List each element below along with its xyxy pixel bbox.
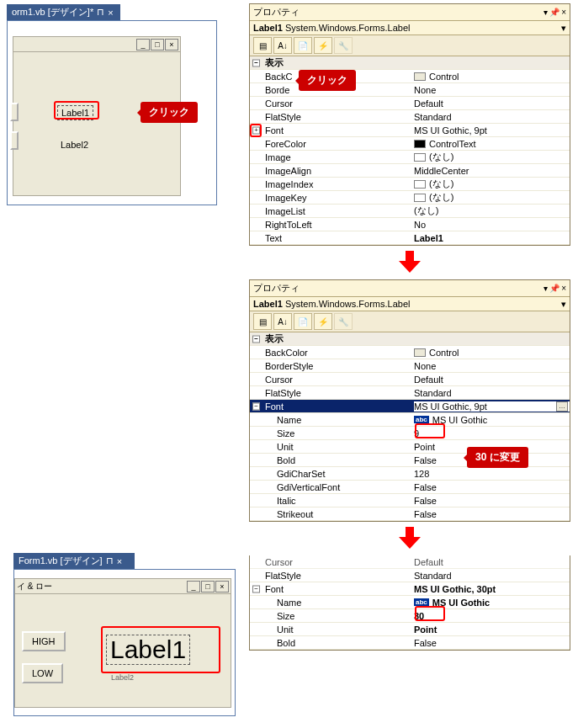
prop-font-italic[interactable]: ItalicFalse [250,494,570,507]
form-title-text: イ & ロー [17,581,52,592]
prop-font[interactable]: +FontMS UI Gothic, 9pt [250,124,570,137]
prop-borderstyle[interactable]: BorderStyleNone [250,359,570,373]
events-button[interactable]: ⚡ [314,37,332,54]
ellipsis-button[interactable]: … [556,401,568,412]
pin-icon[interactable]: ⊓ [97,7,104,18]
color-swatch [414,72,426,81]
button-edge[interactable] [10,103,19,121]
prop-font-size[interactable]: Size9 [250,427,570,440]
dropdown-icon[interactable]: ▾ [561,299,566,310]
callout-change30: 30 に変更 [467,447,528,468]
pin-icon[interactable]: ⊓ [106,555,114,566]
object-selector[interactable]: Label1 System.Windows.Forms.Label ▾ [250,21,570,35]
collapse-icon[interactable]: − [252,335,260,343]
prop-font-gdivertical[interactable]: GdiVerticalFontFalse [250,481,570,494]
dropdown-icon[interactable]: ▾ [561,23,566,34]
abc-tag-icon: abc [414,416,429,423]
tab-title: Form1.vb [デザイン] [19,555,103,567]
properties-button[interactable]: 📄 [294,313,312,330]
events-button[interactable]: ⚡ [314,313,332,330]
alphabetical-button[interactable]: A↓ [273,37,292,54]
properties-button[interactable]: 📄 [294,37,312,54]
property-grid[interactable]: CursorDefault FlatStyleStandard −FontMS … [250,555,570,650]
prop-font-bold[interactable]: BoldFalse [250,636,570,650]
category-row[interactable]: −表示 [250,332,570,346]
form-window[interactable]: イ & ロー _ □ × HIGH LOW Label1 Label2 [14,578,231,708]
property-pages-button[interactable]: 🔧 [334,313,353,330]
highlight-box [54,101,99,120]
color-swatch [414,348,426,357]
prop-flatstyle[interactable]: FlatStyleStandard [250,569,570,582]
document-tab[interactable]: orm1.vb [デザイン]* ⊓ × [7,4,120,20]
designer-surface[interactable]: イ & ロー _ □ × HIGH LOW Label1 Label2 [13,569,236,716]
prop-flatstyle[interactable]: FlatStyleStandard [250,386,570,400]
property-grid[interactable]: −表示 BackColorControl BorderStyleNone Cur… [250,332,570,521]
label2: Label2 [111,673,134,682]
highlight-box [250,124,262,137]
highlight-box [415,606,445,621]
button-edge[interactable] [10,131,19,150]
form-titlebar[interactable]: _ □ × [13,37,180,52]
close-icon[interactable]: × [561,8,566,17]
prop-backcolor[interactable]: BackColorControl [250,346,570,359]
prop-font-gdicharset[interactable]: GdiCharSet128 [250,467,570,481]
object-selector[interactable]: Label1 System.Windows.Forms.Label ▾ [250,297,570,311]
prop-forecolor[interactable]: ForeColorControlText [250,137,570,151]
low-button[interactable]: LOW [22,663,63,683]
designer-surface[interactable]: _ □ × Label1 Label2 クリック [7,20,217,205]
close-icon[interactable]: × [108,8,113,18]
prop-cursor[interactable]: CursorDefault [250,373,570,386]
minimize-button[interactable]: _ [187,581,200,592]
callout-click: クリック [141,102,198,123]
collapse-icon[interactable]: − [252,402,260,410]
prop-image[interactable]: Image(なし) [250,151,570,164]
close-icon[interactable]: × [117,556,122,566]
maximize-button[interactable]: □ [201,581,215,592]
prop-font-name[interactable]: NameabcMS UI Gothic [250,413,570,427]
panel-header[interactable]: プロパティ ▾ 📌 × [250,280,570,297]
property-pages-button[interactable]: 🔧 [334,37,353,54]
prop-font[interactable]: −FontMS UI Gothic, 9pt… [250,400,570,413]
prop-text[interactable]: TextLabel1 [250,231,570,245]
highlight-box [101,626,220,673]
dropdown-icon[interactable]: ▾ [544,284,548,293]
maximize-button[interactable]: □ [151,39,164,50]
high-button[interactable]: HIGH [22,631,66,651]
collapse-icon[interactable]: − [252,59,260,66]
prop-font-name[interactable]: NameabcMS UI Gothic [250,596,570,609]
pin-icon[interactable]: 📌 [549,284,559,293]
categorized-button[interactable]: ▤ [253,37,272,54]
minimize-button[interactable]: _ [136,39,150,50]
prop-flatstyle[interactable]: FlatStyleStandard [250,110,570,124]
category-row[interactable]: −表示 [250,56,570,70]
properties-toolbar: ▤ A↓ 📄 ⚡ 🔧 [250,311,570,332]
prop-imagelist[interactable]: ImageList(なし) [250,205,570,218]
alphabetical-button[interactable]: A↓ [273,313,292,330]
categorized-button[interactable]: ▤ [253,313,272,330]
document-tab[interactable]: Form1.vb [デザイン] ⊓ × [13,553,135,569]
properties-panel: プロパティ ▾ 📌 × Label1 System.Windows.Forms.… [249,279,570,522]
prop-righttoleft[interactable]: RightToLeftNo [250,218,570,231]
highlight-box [415,423,445,438]
prop-imagealign[interactable]: ImageAlignMiddleCenter [250,164,570,178]
prop-cursor[interactable]: CursorDefault [250,97,570,110]
form-titlebar[interactable]: イ & ロー _ □ × [15,579,231,594]
callout-click: クリック [299,70,356,91]
dropdown-icon[interactable]: ▾ [544,8,548,17]
pin-icon[interactable]: 📌 [549,8,559,17]
close-icon[interactable]: × [561,284,566,293]
close-button[interactable]: × [215,581,229,592]
tab-title: orm1.vb [デザイン]* [12,6,93,19]
prop-imageindex[interactable]: ImageIndex(なし) [250,178,570,191]
image-swatch [414,153,426,162]
collapse-icon[interactable]: − [252,585,260,592]
prop-imagekey[interactable]: ImageKey(なし) [250,191,570,205]
prop-font-unit[interactable]: UnitPoint [250,623,570,636]
close-button[interactable]: × [165,39,178,50]
prop-cursor[interactable]: CursorDefault [250,555,570,569]
prop-font-size[interactable]: Size30 [250,609,570,623]
prop-font-strikeout[interactable]: StrikeoutFalse [250,507,570,521]
panel-header[interactable]: プロパティ ▾ 📌 × [250,4,570,21]
property-grid[interactable]: −表示 BackCControl BordeNone CursorDefault… [250,56,570,245]
prop-font[interactable]: −FontMS UI Gothic, 30pt [250,582,570,596]
